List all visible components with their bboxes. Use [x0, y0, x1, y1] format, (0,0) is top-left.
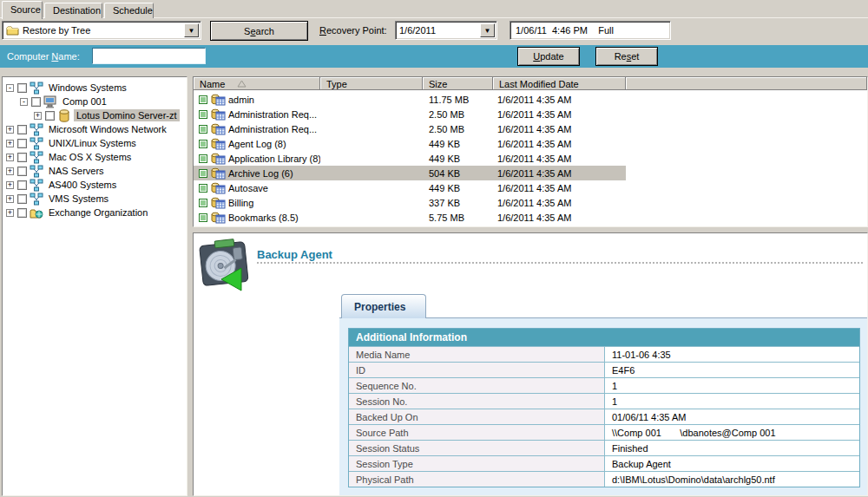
- tree-item-label[interactable]: Comp 001: [60, 95, 109, 108]
- file-modified-date: 1/6/2011 4:35 AM: [493, 195, 626, 210]
- row-checkbox[interactable]: [199, 110, 207, 119]
- row-checkbox[interactable]: [199, 199, 207, 207]
- tree-item[interactable]: +: [3, 136, 187, 150]
- tree-item-label[interactable]: AS400 Systems: [46, 179, 119, 191]
- file-name[interactable]: Application Library (8): [228, 154, 320, 164]
- tree-item-label[interactable]: Microsoft Windows Network: [46, 123, 169, 135]
- tree-item-label[interactable]: Exchange Organization: [46, 206, 150, 219]
- tree-item-icon: [30, 82, 43, 95]
- tab-schedule[interactable]: Schedule: [104, 3, 154, 18]
- file-list-row[interactable]: Administration Req... 2.50 MB 1/6/2011 4…: [194, 121, 867, 136]
- file-list-panel: Name Type Size Last Modified Date: [193, 76, 868, 227]
- tree-checkbox[interactable]: [17, 83, 27, 93]
- tree-checkbox[interactable]: [17, 180, 27, 190]
- tab-properties[interactable]: Properties: [341, 294, 426, 318]
- row-checkbox[interactable]: [199, 213, 207, 222]
- property-value: Finished: [605, 441, 859, 455]
- tree-expander-icon[interactable]: +: [34, 112, 42, 120]
- recovery-point-select[interactable]: 1/6/2011 ▼: [395, 21, 497, 40]
- file-list-row[interactable]: Administration Req... 2.50 MB 1/6/2011 4…: [194, 107, 867, 121]
- restore-mode-value: Restore by Tree: [23, 25, 90, 36]
- tree-expander-icon[interactable]: +: [6, 195, 14, 203]
- tree-item-label[interactable]: Lotus Domino Server-zt: [74, 109, 180, 121]
- file-name[interactable]: admin: [228, 95, 254, 105]
- row-checkbox[interactable]: [199, 184, 207, 193]
- property-row: Backed Up On 01/06/11 4:35 AM: [349, 409, 859, 424]
- tree-checkbox[interactable]: [45, 111, 55, 121]
- tree-expander-icon[interactable]: +: [6, 154, 14, 161]
- tree-checkbox[interactable]: [17, 208, 27, 218]
- tree-checkbox[interactable]: [17, 125, 27, 134]
- row-checkbox[interactable]: [199, 125, 207, 134]
- recovery-detail-field[interactable]: 1/06/11 4:46 PM Full: [510, 21, 671, 40]
- systems-tree: -: [3, 77, 187, 219]
- file-name[interactable]: Bookmarks (8.5): [228, 213, 299, 223]
- file-list-row[interactable]: Application Library (8) 449 KB 1/6/2011 …: [194, 151, 867, 166]
- tree-checkbox[interactable]: [17, 194, 27, 204]
- column-header-type[interactable]: Type: [320, 77, 423, 90]
- row-checkbox[interactable]: [199, 154, 207, 163]
- file-name[interactable]: Billing: [228, 198, 253, 208]
- tab-source[interactable]: Source: [2, 1, 43, 19]
- recovery-detail-value: 1/06/11 4:46 PM Full: [516, 25, 614, 36]
- property-value: d:\IBM\Lotus\Domino\data\archlg50.ntf: [605, 472, 859, 487]
- tree-item[interactable]: +: [3, 164, 187, 178]
- tree-item[interactable]: +: [3, 206, 187, 219]
- tree-item-label[interactable]: UNIX/Linux Systems: [46, 137, 139, 149]
- file-list-row[interactable]: admin 11.75 MB 1/6/2011 4:35 AM: [194, 92, 867, 107]
- restore-mode-dropdown-arrow[interactable]: ▼: [184, 23, 199, 37]
- file-size: 2.50 MB: [423, 121, 493, 136]
- file-list-row[interactable]: Archive Log (6) 504 KB 1/6/2011 4:35 AM: [194, 166, 867, 180]
- computer-name-input[interactable]: [92, 48, 206, 64]
- file-list-row[interactable]: Bookmarks (8.5) 5.75 MB 1/6/2011 4:35 AM: [194, 210, 867, 225]
- update-button[interactable]: Update: [517, 47, 580, 66]
- row-checkbox[interactable]: [199, 95, 207, 104]
- tree-item[interactable]: +: [3, 150, 187, 164]
- tree-checkbox[interactable]: [17, 167, 27, 176]
- tree-item-label[interactable]: NAS Servers: [46, 165, 107, 177]
- tree-item[interactable]: +: [3, 108, 187, 122]
- row-checkbox[interactable]: [199, 140, 207, 148]
- property-row: ID E4F6: [349, 362, 859, 377]
- tree-item-label[interactable]: Windows Systems: [46, 82, 129, 94]
- recovery-point-dropdown-arrow[interactable]: ▼: [480, 23, 495, 37]
- computer-name-band: Computer Name: Update Reset: [0, 45, 868, 68]
- property-value: 1: [605, 378, 859, 393]
- file-name[interactable]: Archive Log (6): [228, 168, 293, 179]
- tab-destination[interactable]: Destination: [44, 3, 102, 18]
- file-list-row[interactable]: Billing 337 KB 1/6/2011 4:35 AM: [194, 195, 867, 210]
- search-button[interactable]: Search: [210, 21, 308, 41]
- tree-expander-icon[interactable]: -: [6, 84, 14, 92]
- tree-expander-icon[interactable]: +: [6, 126, 14, 134]
- tree-expander-icon[interactable]: +: [6, 181, 14, 189]
- tree-item-label[interactable]: VMS Systems: [46, 193, 111, 205]
- reset-button[interactable]: Reset: [595, 47, 658, 66]
- tree-checkbox[interactable]: [31, 97, 41, 107]
- tree-item[interactable]: -: [3, 81, 187, 95]
- row-checkbox[interactable]: [199, 169, 207, 178]
- restore-mode-select[interactable]: Restore by Tree ▼: [2, 21, 201, 40]
- tree-expander-icon[interactable]: +: [6, 140, 14, 147]
- file-name[interactable]: Administration Req...: [228, 124, 317, 134]
- file-type: [320, 121, 423, 136]
- tree-item-label[interactable]: Mac OS X Systems: [46, 151, 134, 163]
- column-header-size[interactable]: Size: [423, 77, 493, 90]
- tree-expander-icon[interactable]: -: [20, 98, 28, 106]
- file-type: [320, 180, 423, 195]
- tree-item[interactable]: +: [3, 192, 187, 206]
- tree-expander-icon[interactable]: +: [6, 209, 14, 217]
- file-name[interactable]: Administration Req...: [228, 109, 317, 120]
- column-header-name[interactable]: Name: [194, 77, 320, 90]
- tree-item[interactable]: +: [3, 122, 187, 136]
- file-name[interactable]: Autosave: [228, 183, 268, 193]
- tree-item[interactable]: -: [3, 95, 187, 108]
- tree-checkbox[interactable]: [17, 139, 27, 148]
- tree-expander-icon[interactable]: +: [6, 167, 14, 175]
- file-list-row[interactable]: Agent Log (8) 449 KB 1/6/2011 4:35 AM: [194, 136, 867, 151]
- database-file-icon: [211, 182, 226, 194]
- file-name[interactable]: Agent Log (8): [228, 139, 286, 149]
- column-header-last-modified[interactable]: Last Modified Date: [493, 77, 626, 90]
- tree-item[interactable]: +: [3, 178, 187, 192]
- tree-checkbox[interactable]: [17, 153, 27, 162]
- file-list-row[interactable]: Autosave 449 KB 1/6/2011 4:35 AM: [194, 180, 867, 195]
